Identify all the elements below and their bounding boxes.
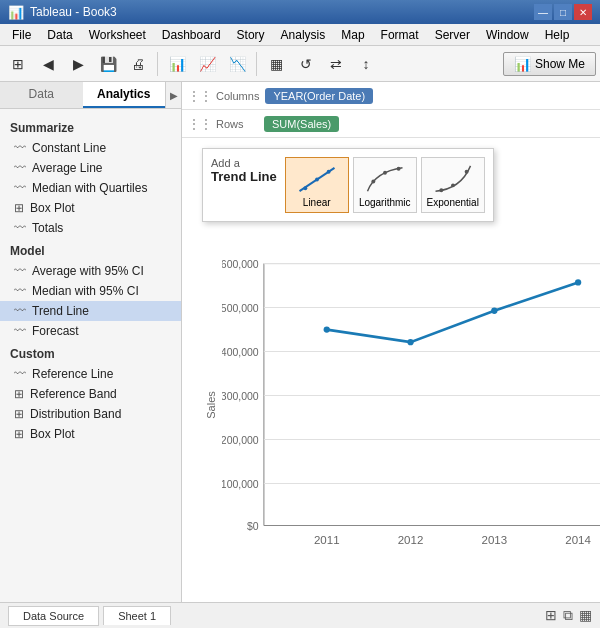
- duplicate-sheet-icon[interactable]: ⧉: [563, 607, 573, 624]
- right-panel: ⋮⋮ Columns YEAR(Order Date) ⋮⋮ Rows SUM(…: [182, 82, 600, 602]
- distribution-band-icon: ⊞: [14, 407, 24, 421]
- exponential-svg: [431, 162, 475, 197]
- svg-point-32: [575, 279, 581, 285]
- tab-data[interactable]: Data: [0, 82, 83, 108]
- toolbar-new[interactable]: ⊞: [4, 50, 32, 78]
- menu-help[interactable]: Help: [537, 26, 578, 44]
- y-axis-label: Sales: [205, 391, 217, 419]
- status-icons: ⊞ ⧉ ▦: [545, 607, 592, 624]
- svg-text:$500,000: $500,000: [222, 303, 259, 314]
- sheet1-tab[interactable]: Sheet 1: [103, 606, 171, 625]
- item-forecast[interactable]: 〰 Forecast: [0, 321, 181, 341]
- menu-story[interactable]: Story: [229, 26, 273, 44]
- svg-point-7: [439, 188, 443, 192]
- chart-svg: $600,000 $500,000 $400,000 $300,000 $200…: [222, 238, 600, 572]
- tab-analytics[interactable]: Analytics: [83, 82, 166, 108]
- menu-file[interactable]: File: [4, 26, 39, 44]
- item-box-plot-2[interactable]: ⊞ Box Plot: [0, 424, 181, 444]
- svg-text:$100,000: $100,000: [222, 479, 259, 490]
- svg-point-5: [383, 171, 387, 175]
- menu-map[interactable]: Map: [333, 26, 372, 44]
- item-totals[interactable]: 〰 Totals: [0, 218, 181, 238]
- menu-server[interactable]: Server: [427, 26, 478, 44]
- menu-dashboard[interactable]: Dashboard: [154, 26, 229, 44]
- logarithmic-label: Logarithmic: [359, 197, 411, 208]
- box-plot-2-icon: ⊞: [14, 427, 24, 441]
- toolbar-chart3[interactable]: 📉: [223, 50, 251, 78]
- toolbar-forward[interactable]: ▶: [64, 50, 92, 78]
- trend-option-linear[interactable]: Linear: [285, 157, 349, 213]
- median-ci-icon: 〰: [14, 284, 26, 298]
- menu-format[interactable]: Format: [373, 26, 427, 44]
- logarithmic-svg: [363, 162, 407, 197]
- menu-data[interactable]: Data: [39, 26, 80, 44]
- toolbar-filter[interactable]: ▦: [262, 50, 290, 78]
- svg-text:2014: 2014: [565, 534, 591, 546]
- new-sheet-icon[interactable]: ⊞: [545, 607, 557, 624]
- svg-point-9: [464, 170, 468, 174]
- columns-pill[interactable]: YEAR(Order Date): [265, 88, 373, 104]
- svg-text:$400,000: $400,000: [222, 347, 259, 358]
- maximize-button[interactable]: □: [554, 4, 572, 20]
- svg-text:2012: 2012: [398, 534, 424, 546]
- data-source-tab[interactable]: Data Source: [8, 606, 99, 626]
- median-quartiles-icon: 〰: [14, 181, 26, 195]
- show-me-icon: 📊: [514, 56, 531, 72]
- show-me-button[interactable]: 📊 Show Me: [503, 52, 596, 76]
- svg-point-29: [324, 326, 330, 332]
- menu-window[interactable]: Window: [478, 26, 537, 44]
- item-trend-line[interactable]: 〰 Trend Line: [0, 301, 181, 321]
- columns-grid-icon: ⋮⋮: [188, 89, 212, 103]
- panel-collapse-arrow[interactable]: ▶: [165, 82, 181, 108]
- forecast-icon: 〰: [14, 324, 26, 338]
- item-average-ci[interactable]: 〰 Average with 95% CI: [0, 261, 181, 281]
- reference-line-icon: 〰: [14, 367, 26, 381]
- svg-point-6: [396, 167, 400, 171]
- toolbar-sep2: [256, 52, 257, 76]
- item-reference-line[interactable]: 〰 Reference Line: [0, 364, 181, 384]
- menu-worksheet[interactable]: Worksheet: [81, 26, 154, 44]
- toolbar-swap[interactable]: ⇄: [322, 50, 350, 78]
- totals-icon: 〰: [14, 221, 26, 235]
- analytics-content: Summarize 〰 Constant Line 〰 Average Line…: [0, 109, 181, 602]
- item-constant-line[interactable]: 〰 Constant Line: [0, 138, 181, 158]
- rows-label: ⋮⋮ Rows: [188, 117, 258, 131]
- constant-line-icon: 〰: [14, 141, 26, 155]
- toolbar-save[interactable]: 💾: [94, 50, 122, 78]
- rows-pill[interactable]: SUM(Sales): [264, 116, 339, 132]
- trend-options: Linear Logarithmic: [285, 157, 485, 213]
- toolbar-print[interactable]: 🖨: [124, 50, 152, 78]
- svg-text:$200,000: $200,000: [222, 435, 259, 446]
- trend-option-exponential[interactable]: Exponential: [421, 157, 485, 213]
- item-median-quartiles[interactable]: 〰 Median with Quartiles: [0, 178, 181, 198]
- item-average-line[interactable]: 〰 Average Line: [0, 158, 181, 178]
- columns-shelf: ⋮⋮ Columns YEAR(Order Date): [182, 82, 600, 110]
- close-button[interactable]: ✕: [574, 4, 592, 20]
- section-custom: Custom: [0, 341, 181, 364]
- toolbar-sep1: [157, 52, 158, 76]
- toolbar-sort[interactable]: ↕: [352, 50, 380, 78]
- minimize-button[interactable]: —: [534, 4, 552, 20]
- toolbar-chart1[interactable]: 📊: [163, 50, 191, 78]
- item-box-plot-1[interactable]: ⊞ Box Plot: [0, 198, 181, 218]
- item-reference-band[interactable]: ⊞ Reference Band: [0, 384, 181, 404]
- menu-bar: File Data Worksheet Dashboard Story Anal…: [0, 24, 600, 46]
- left-panel: Data Analytics ▶ Summarize 〰 Constant Li…: [0, 82, 182, 602]
- toolbar-refresh[interactable]: ↺: [292, 50, 320, 78]
- linear-label: Linear: [303, 197, 331, 208]
- item-distribution-band[interactable]: ⊞ Distribution Band: [0, 404, 181, 424]
- svg-point-2: [315, 178, 319, 182]
- toolbar: ⊞ ◀ ▶ 💾 🖨 📊 📈 📉 ▦ ↺ ⇄ ↕ 📊 Show Me: [0, 46, 600, 82]
- toolbar-chart2[interactable]: 📈: [193, 50, 221, 78]
- menu-analysis[interactable]: Analysis: [273, 26, 334, 44]
- svg-text:$0: $0: [247, 521, 259, 532]
- svg-text:2013: 2013: [482, 534, 508, 546]
- exponential-label: Exponential: [427, 197, 479, 208]
- main-content: Data Analytics ▶ Summarize 〰 Constant Li…: [0, 82, 600, 602]
- item-median-ci[interactable]: 〰 Median with 95% CI: [0, 281, 181, 301]
- panel-tabs: Data Analytics ▶: [0, 82, 181, 109]
- new-dashboard-icon[interactable]: ▦: [579, 607, 592, 624]
- toolbar-back[interactable]: ◀: [34, 50, 62, 78]
- trend-option-logarithmic[interactable]: Logarithmic: [353, 157, 417, 213]
- svg-point-4: [371, 180, 375, 184]
